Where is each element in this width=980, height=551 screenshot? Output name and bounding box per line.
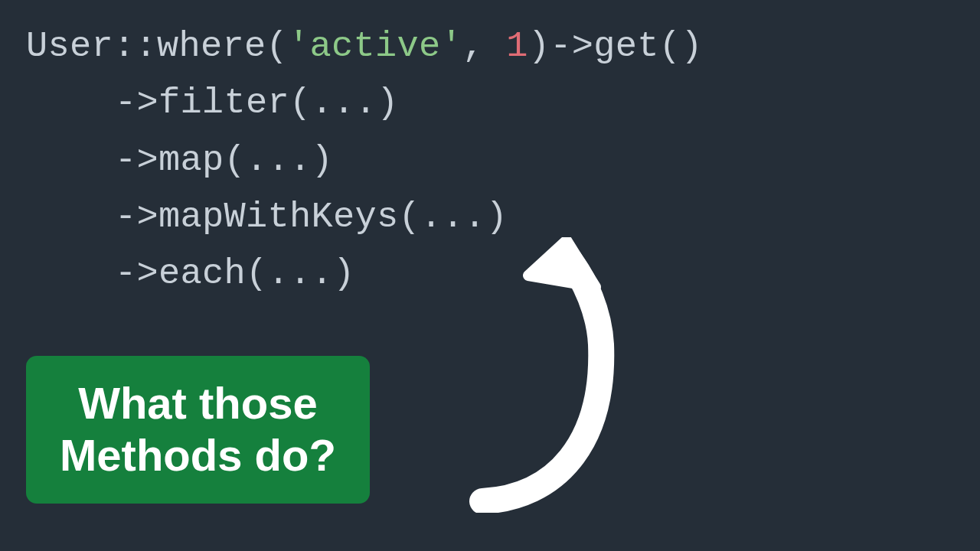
callout-line-1: What those — [60, 377, 336, 429]
callout-line-2: Methods do? — [60, 429, 336, 481]
code-snippet: User::where('active', 1)->get() ->filter… — [0, 0, 980, 302]
code-text: User::where( — [26, 26, 288, 67]
code-line-4: ->mapWithKeys(...) — [26, 189, 980, 246]
code-string: 'active' — [288, 26, 462, 67]
code-text: )->get() — [528, 26, 703, 67]
code-line-1: User::where('active', 1)->get() — [26, 18, 980, 75]
code-line-3: ->map(...) — [26, 132, 980, 189]
callout-box: What those Methods do? — [26, 356, 370, 504]
code-number: 1 — [506, 26, 528, 67]
code-text: , — [462, 26, 506, 67]
code-line-2: ->filter(...) — [26, 75, 980, 132]
code-line-5: ->each(...) — [26, 246, 980, 302]
